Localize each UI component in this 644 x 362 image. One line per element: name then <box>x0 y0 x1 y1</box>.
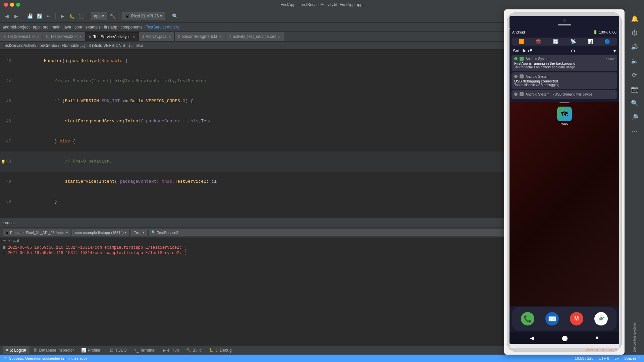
cellular-off-icon[interactable]: 📵 <box>536 39 541 44</box>
nav-android-project[interactable]: android-project <box>3 25 30 29</box>
volume-up-button[interactable]: 🔊 <box>628 40 641 54</box>
device-file-explorer-label[interactable]: Device File Explorer <box>633 322 636 352</box>
notif-dot-green <box>514 57 518 60</box>
toolbar-separator-1 <box>23 13 23 19</box>
tab-test-service-activity[interactable]: K TestServiceActivity.kt ✕ <box>86 32 139 41</box>
notif-usb-debug[interactable]: Android System USB debugging connected T… <box>512 72 617 89</box>
maximize-button[interactable] <box>16 3 20 7</box>
device-home-screen[interactable]: 🗺 Maps <box>509 102 619 306</box>
gmail-dock-icon[interactable]: M <box>570 312 583 325</box>
tab-close-icon-4[interactable]: ✕ <box>168 35 171 39</box>
forward-button[interactable]: ▶ <box>12 12 20 20</box>
sync-button[interactable]: 🔄 <box>35 12 43 20</box>
process-label: com.example.firstapp (15314) <box>75 231 124 235</box>
rotation-icon[interactable]: 🔄 <box>553 39 558 44</box>
search-button[interactable]: 🔍 <box>171 12 179 20</box>
minimize-button[interactable] <box>10 3 14 7</box>
nav-main[interactable]: main <box>52 25 60 29</box>
process-dropdown[interactable]: com.example.firstapp (15314) ▾ <box>72 229 129 236</box>
zoom-in-button[interactable]: 🔍 <box>628 97 641 110</box>
undo-button[interactable]: ↩ <box>45 12 53 20</box>
more-button[interactable]: ⋯ <box>628 125 641 138</box>
app-selector[interactable]: app ▾ <box>91 12 107 20</box>
device-suffix: Andrc <box>56 231 65 235</box>
run-label: 4: Run <box>167 348 179 353</box>
profiler-tab[interactable]: 📊 Profiler <box>78 346 104 354</box>
stop-button[interactable]: ⬛ <box>77 12 85 20</box>
nav-com[interactable]: com <box>74 25 82 29</box>
tab-close-icon[interactable]: ✕ <box>37 35 39 39</box>
breadcrumb-runnable[interactable]: Runnable{...} <box>62 43 85 48</box>
row-icon-2: ☰ <box>3 251 6 255</box>
nav-example[interactable]: example <box>86 25 101 29</box>
rotate-button[interactable]: ⟳ <box>628 68 641 82</box>
chevron-down-icon-3: ▾ <box>66 230 68 235</box>
device-selector[interactable]: 📱 Pixel XL API 26 ▾ <box>122 12 165 20</box>
build-tab[interactable]: 🔨 Build <box>183 346 205 354</box>
level-dropdown[interactable]: Error ▾ <box>131 229 147 236</box>
rebuild-button[interactable]: 🔨 <box>108 12 116 20</box>
tab-activity-java[interactable]: J Activity.java ✕ <box>139 32 175 41</box>
maps-label: Maps <box>560 122 568 125</box>
zoom-out-button[interactable]: 🔎 <box>628 111 641 124</box>
nav-java[interactable]: java <box>64 25 71 29</box>
bluetooth-2-icon[interactable]: 🔵 <box>604 39 610 44</box>
toolbar-sep-1 <box>105 348 105 353</box>
tab-close-icon-6[interactable]: ✕ <box>278 35 280 39</box>
toolbar-separator-4 <box>119 13 119 19</box>
tab-activity-xml[interactable]: X activity_test_service.xml ✕ <box>225 32 284 41</box>
terminal-tab[interactable]: >_ Terminal <box>131 346 159 354</box>
kotlin-icon: K <box>3 35 6 39</box>
logcat-tab[interactable]: ≡ 6: Logcat <box>3 346 30 354</box>
expand-icon[interactable]: ▾ <box>613 48 616 54</box>
tab-test-service2[interactable]: K TestService2.kt ✕ <box>43 32 86 41</box>
notifications-tool-button[interactable]: 🔔 <box>628 12 641 25</box>
nav-firstapp[interactable]: firstapp <box>104 25 117 29</box>
bluetooth-icon[interactable]: 📡 <box>570 39 576 44</box>
power-tool-button[interactable]: ⏻ <box>628 26 641 40</box>
recents-nav-button[interactable]: ■ <box>595 335 599 341</box>
nav-components[interactable]: components <box>121 25 143 29</box>
volume-down-button[interactable]: 🔈 <box>628 54 641 68</box>
home-nav-button[interactable]: ⬤ <box>562 335 568 341</box>
notif-usb-charge[interactable]: Android System • USB charging this devic… <box>512 90 617 99</box>
database-inspector-tab[interactable]: 🗄 Database Inspector <box>30 346 77 354</box>
tab-close-icon-2[interactable]: ✕ <box>79 35 82 39</box>
tab-close-icon-5[interactable]: ✕ <box>219 35 222 39</box>
tab-close-icon-3[interactable]: ✕ <box>132 35 135 39</box>
camera-button[interactable]: 📷 <box>628 82 641 96</box>
back-button[interactable]: ◀ <box>3 12 11 20</box>
breadcrumb-method[interactable]: onCreate() <box>40 43 59 48</box>
debug-app-button[interactable]: 🐛 <box>68 12 76 20</box>
bars-icon[interactable]: 📊 <box>587 39 593 44</box>
tab-test-service1[interactable]: K TestService1.kt ✕ <box>0 32 43 41</box>
settings-icon[interactable]: ⚙ <box>571 48 575 54</box>
wifi-icon[interactable]: 📶 <box>519 39 524 44</box>
device-dropdown[interactable]: 📱 Emulator Pixel_XL_API_26 Andrc ▾ <box>3 229 70 236</box>
tab-label-2: TestService2.kt <box>50 34 77 39</box>
run-tab[interactable]: ▶ 4: Run <box>159 346 182 354</box>
notif-dot-gray-2 <box>514 93 518 96</box>
breadcrumb-if[interactable]: if (Build.VERSION.S...) ... else <box>89 43 143 48</box>
nav-src[interactable]: src <box>43 25 48 29</box>
run-app-button[interactable]: ▶ <box>58 12 66 20</box>
nav-test-service-activity[interactable]: TestServiceActivity <box>146 25 179 29</box>
chrome-dock-icon[interactable] <box>594 312 608 325</box>
messages-dock-icon[interactable]: ✉️ <box>545 312 559 325</box>
back-nav-button[interactable]: ◀ <box>530 335 534 341</box>
bulb-icon[interactable]: 💡 <box>1 159 6 166</box>
tab-second-fragment[interactable]: K SecondFragment.kt ✕ <box>175 32 225 41</box>
save-all-button[interactable]: 💾 <box>26 12 34 20</box>
battery-icon: 🔋 <box>593 30 598 35</box>
nav-app[interactable]: app <box>33 25 40 29</box>
phone-dock-icon[interactable]: 📞 <box>521 312 534 325</box>
close-button[interactable] <box>4 3 8 7</box>
maps-app[interactable]: 🗺 Maps <box>557 107 572 125</box>
todo-tab[interactable]: ☑ TODO <box>107 346 130 354</box>
chevron-down-icon-5: ▾ <box>143 230 145 235</box>
profiler-label: Profiler <box>88 348 100 353</box>
debug-tab[interactable]: 🐛 5: Debug <box>206 346 235 354</box>
toolbar-separator-3 <box>88 13 88 19</box>
notif-firstapp[interactable]: Android System • now FirstApp is running… <box>512 55 617 71</box>
breadcrumb-class[interactable]: TestServiceActivity <box>3 43 36 48</box>
